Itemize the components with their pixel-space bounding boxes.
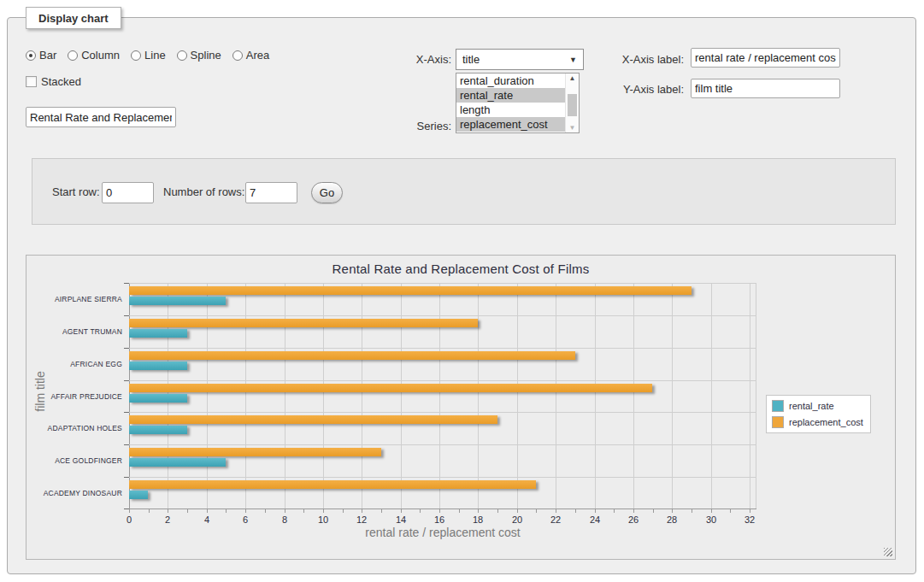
bar-rental_rate bbox=[129, 458, 226, 467]
gridline-y-2 bbox=[129, 348, 756, 349]
y-axis-label-input[interactable] bbox=[691, 79, 840, 98]
x-tick-24 bbox=[595, 509, 596, 513]
x-tick-label-8: 8 bbox=[272, 514, 297, 525]
chart-resize-handle[interactable] bbox=[884, 548, 892, 556]
category-label: ADAPTATION HOLES bbox=[26, 424, 122, 432]
series-option-rental_rate[interactable]: rental_rate bbox=[456, 88, 565, 103]
category-label: ACADEMY DINOSAUR bbox=[26, 489, 122, 497]
x-tick-3 bbox=[187, 509, 188, 513]
category-label: AFFAIR PREJUDICE bbox=[26, 392, 122, 401]
series-listbox[interactable]: rental_durationrental_ratelengthreplacem… bbox=[456, 73, 580, 133]
bar-replacement_cost bbox=[129, 286, 692, 295]
x-tick-11 bbox=[343, 509, 344, 513]
bar-rental_rate bbox=[129, 491, 148, 499]
x-tick-27 bbox=[653, 509, 654, 513]
x-tick-label-24: 24 bbox=[582, 514, 608, 525]
start-row-input[interactable] bbox=[102, 182, 154, 203]
x-tick-label-32: 32 bbox=[737, 514, 762, 525]
legend-swatch bbox=[772, 416, 784, 428]
x-tick-15 bbox=[420, 509, 421, 513]
series-option-rental_duration[interactable]: rental_duration bbox=[456, 73, 565, 88]
chart-title-input[interactable] bbox=[26, 107, 176, 127]
y-axis-tick-0 bbox=[124, 283, 129, 284]
gridline-x-4 bbox=[207, 283, 208, 509]
x-tick-label-30: 30 bbox=[698, 514, 724, 525]
x-tick-22 bbox=[556, 509, 556, 513]
chart-type-radio-line[interactable]: Line bbox=[131, 49, 166, 62]
x-tick-19 bbox=[497, 509, 498, 513]
x-tick-31 bbox=[730, 509, 731, 513]
x-tick-29 bbox=[692, 509, 692, 513]
bar-rental_rate bbox=[129, 329, 187, 338]
x-axis-select[interactable]: title ▼ bbox=[456, 49, 584, 70]
x-tick-label-20: 20 bbox=[504, 514, 530, 525]
scroll-down-icon[interactable]: ▼ bbox=[566, 124, 579, 132]
x-tick-14 bbox=[401, 509, 402, 513]
y-axis-tick-4 bbox=[124, 412, 129, 413]
chart-type-radio-area[interactable]: Area bbox=[232, 49, 269, 62]
x-tick-0 bbox=[129, 509, 130, 513]
y-axis-tick-1 bbox=[124, 315, 129, 316]
scroll-up-icon[interactable]: ▲ bbox=[566, 74, 579, 82]
bar-rental_rate bbox=[129, 394, 187, 403]
chart-panel: Rental Rate and Replacement Cost of Film… bbox=[26, 255, 896, 560]
stacked-label: Stacked bbox=[41, 75, 81, 88]
scrollbar-thumb[interactable] bbox=[568, 94, 577, 116]
row-range-panel: Start row: Number of rows: Go bbox=[32, 158, 896, 225]
x-tick-label-12: 12 bbox=[349, 514, 374, 525]
series-scrollbar[interactable]: ▲ ▼ bbox=[565, 73, 579, 132]
x-tick-25 bbox=[614, 509, 615, 513]
gridline-x-22 bbox=[556, 283, 556, 509]
gridline-x-18 bbox=[478, 283, 479, 509]
radio-icon bbox=[131, 50, 141, 61]
x-tick-label-26: 26 bbox=[621, 514, 646, 525]
x-tick-6 bbox=[245, 509, 246, 513]
gridline-x-20 bbox=[517, 283, 518, 509]
number-of-rows-input[interactable] bbox=[245, 182, 297, 203]
bar-replacement_cost bbox=[129, 384, 652, 392]
x-tick-16 bbox=[439, 509, 440, 513]
stacked-checkbox[interactable] bbox=[26, 76, 37, 87]
series-option-length[interactable]: length bbox=[456, 103, 565, 117]
x-tick-label-10: 10 bbox=[310, 514, 336, 525]
go-button[interactable]: Go bbox=[311, 182, 343, 203]
gridline-x-16 bbox=[439, 283, 440, 509]
radio-icon bbox=[232, 50, 243, 61]
chart-type-radio-spline[interactable]: Spline bbox=[177, 49, 221, 62]
y-axis-tick-3 bbox=[124, 380, 129, 381]
category-label: AFRICAN EGG bbox=[26, 360, 122, 368]
y-axis-label-caption: Y-Axis label: bbox=[598, 83, 684, 96]
gridline-y-5 bbox=[129, 444, 756, 445]
series-options: rental_durationrental_ratelengthreplacem… bbox=[456, 73, 565, 132]
x-tick-5 bbox=[226, 509, 227, 513]
series-option-replacement_cost[interactable]: replacement_cost bbox=[456, 117, 565, 132]
page: Display chart BarColumnLineSplineArea St… bbox=[0, 0, 924, 582]
x-tick-10 bbox=[323, 509, 324, 513]
legend-swatch bbox=[772, 400, 784, 412]
y-axis-tick-7 bbox=[124, 509, 129, 509]
x-tick-23 bbox=[575, 509, 576, 513]
gridline-y-7 bbox=[129, 509, 756, 509]
x-tick-label-0: 0 bbox=[116, 514, 142, 525]
radio-label: Spline bbox=[191, 49, 221, 62]
x-tick-1 bbox=[149, 509, 150, 513]
radio-label: Area bbox=[246, 49, 269, 62]
number-of-rows-label: Number of rows: bbox=[163, 185, 244, 198]
x-tick-20 bbox=[517, 509, 518, 513]
gridline-x-32 bbox=[750, 283, 750, 509]
chart-title: Rental Rate and Replacement Cost of Film… bbox=[26, 262, 895, 276]
gridline-x-8 bbox=[285, 283, 285, 509]
gridline-x-24 bbox=[595, 283, 596, 509]
x-tick-label-28: 28 bbox=[659, 514, 685, 525]
stacked-checkbox-row[interactable]: Stacked bbox=[26, 75, 81, 88]
x-tick-28 bbox=[672, 509, 673, 513]
bar-rental_rate bbox=[129, 297, 226, 305]
chart-type-radio-bar[interactable]: Bar bbox=[26, 49, 56, 62]
x-axis-label-text: X-Axis: bbox=[402, 53, 451, 66]
bar-replacement_cost bbox=[129, 415, 497, 424]
gridline-x-30 bbox=[711, 283, 712, 509]
chart-type-radio-column[interactable]: Column bbox=[68, 49, 120, 62]
category-label: AIRPLANE SIERRA bbox=[26, 295, 122, 303]
x-tick-label-14: 14 bbox=[388, 514, 414, 525]
x-axis-label-input[interactable] bbox=[691, 48, 840, 68]
